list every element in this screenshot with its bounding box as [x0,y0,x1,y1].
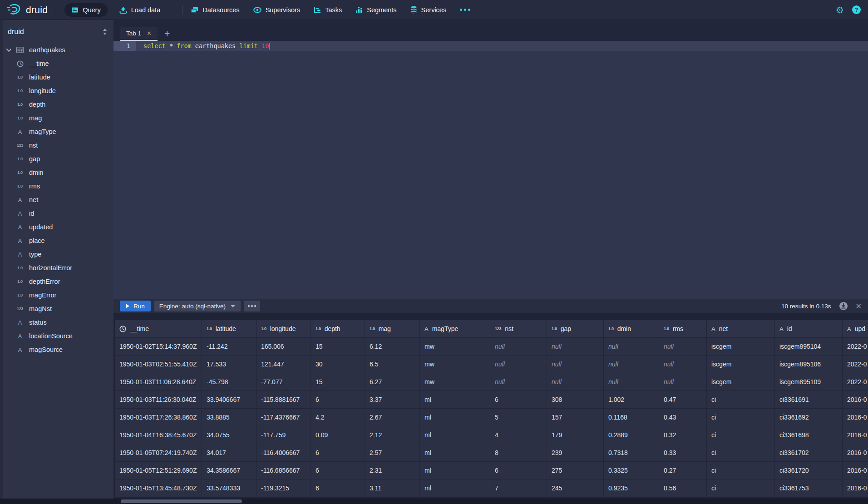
table-cell-longitude[interactable]: -117.759 [256,426,311,444]
table-cell-__time[interactable]: 1950-01-03T11:06:28.640Z [115,373,202,391]
table-cell-gap[interactable]: null [547,356,604,373]
table-cell-upd[interactable]: 2016-0 [843,479,868,497]
sidebar-column-id[interactable]: Aid [3,207,113,220]
table-cell-nst[interactable]: 6 [490,462,547,479]
table-cell-depth[interactable]: 0.09 [311,426,365,444]
table-cell-depth[interactable]: 15 [311,373,365,391]
table-cell-net[interactable]: ci [707,479,775,497]
nav-item-tasks[interactable]: Tasks [314,3,342,17]
table-cell-id[interactable]: ci3361720 [775,462,843,479]
nav-item-supervisors[interactable]: Supervisors [253,3,301,17]
horizontal-scrollbar[interactable] [0,499,868,504]
results-header-nst[interactable]: 123nst [490,320,547,338]
table-cell-nst[interactable]: null [490,373,547,391]
table-cell-rms[interactable]: 0.56 [659,479,707,497]
table-cell-longitude[interactable]: 121.447 [256,356,311,373]
sidebar-column-magNst[interactable]: 123magNst [3,302,113,316]
table-cell-depth[interactable]: 6 [311,391,365,409]
table-cell-magType[interactable]: ml [420,391,490,409]
table-cell-mag[interactable]: 2.31 [365,462,420,479]
sidebar-column-magSource[interactable]: AmagSource [3,343,113,356]
engine-select-button[interactable]: Engine: auto (sql-native) [154,301,241,311]
table-cell-dmin[interactable]: 0.2889 [604,426,659,444]
sidebar-column-updated[interactable]: Aupdated [3,220,113,234]
table-cell-latitude[interactable]: 17.533 [202,356,256,373]
table-cell-longitude[interactable]: -119.3215 [256,479,311,497]
table-cell-mag[interactable]: 6.5 [365,356,420,373]
table-cell-magType[interactable]: mw [420,338,490,356]
table-cell-latitude[interactable]: -45.798 [202,373,256,391]
editor-active-line[interactable]: 1 select * from earthquakes limit 10 [113,41,868,51]
sql-editor[interactable]: 1 select * from earthquakes limit 10 [113,41,868,299]
table-cell-upd[interactable]: 2016-0 [843,462,868,479]
table-cell-longitude[interactable]: -77.077 [256,373,311,391]
results-header-dmin[interactable]: 1.0dmin [604,320,659,338]
nav-item-segments[interactable]: Segments [355,3,396,17]
gear-icon[interactable]: ⚙ [836,5,844,15]
double-caret-vertical-icon[interactable] [102,28,108,36]
table-cell-dmin[interactable]: 1.002 [604,391,659,409]
results-header-rms[interactable]: 1.0rms [659,320,707,338]
table-cell-dmin[interactable]: 0.3325 [604,462,659,479]
table-cell-__time[interactable]: 1950-01-05T13:45:48.730Z [115,479,202,497]
sidebar-column-depthError[interactable]: 1.0depthError [3,275,113,288]
run-button[interactable]: Run [120,301,151,311]
results-header-depth[interactable]: 1.0depth [311,320,365,338]
table-cell-id[interactable]: ci3361698 [775,426,843,444]
close-results-icon[interactable]: ✕ [856,302,862,311]
table-cell-id[interactable]: ci3361692 [775,409,843,426]
sidebar-column-depth[interactable]: 1.0depth [3,98,113,111]
table-cell-net[interactable]: ci [707,391,775,409]
table-cell-__time[interactable]: 1950-01-05T12:51:29.690Z [115,462,202,479]
table-cell-gap[interactable]: 308 [547,391,604,409]
sidebar-column-__time[interactable]: __time [3,57,113,70]
table-cell-gap[interactable]: 179 [547,426,604,444]
sidebar-column-place[interactable]: Aplace [3,234,113,247]
sidebar-column-rms[interactable]: 1.0rms [3,179,113,193]
table-cell-net[interactable]: ci [707,444,775,462]
sidebar-column-type[interactable]: Atype [3,247,113,261]
table-cell-latitude[interactable]: 34.0755 [202,426,256,444]
chevron-down-icon[interactable] [3,49,14,52]
table-cell-dmin[interactable]: null [604,338,659,356]
tab-close-icon[interactable]: ✕ [147,30,152,37]
table-cell-upd[interactable]: 2016-0 [843,409,868,426]
sidebar-column-gap[interactable]: 1.0gap [3,152,113,166]
sidebar-column-magError[interactable]: 1.0magError [3,288,113,302]
table-cell-magType[interactable]: mw [420,373,490,391]
table-cell-nst[interactable]: 5 [490,409,547,426]
nav-item-services[interactable]: Services [410,3,447,17]
table-cell-magType[interactable]: mw [420,356,490,373]
table-cell-id[interactable]: ci3361702 [775,444,843,462]
table-cell-rms[interactable]: 0.27 [659,462,707,479]
query-more-button[interactable] [244,301,260,311]
table-cell-nst[interactable]: 8 [490,444,547,462]
table-cell-__time[interactable]: 1950-01-03T17:26:38.860Z [115,409,202,426]
table-cell-magType[interactable]: ml [420,444,490,462]
table-cell-dmin[interactable]: 0.1168 [604,409,659,426]
table-cell-id[interactable]: iscgem895104 [775,338,843,356]
table-cell-nst[interactable]: 6 [490,391,547,409]
table-cell-dmin[interactable]: null [604,356,659,373]
sidebar-column-locationSource[interactable]: AlocationSource [3,329,113,343]
table-cell-dmin[interactable]: 0.7318 [604,444,659,462]
table-cell-net[interactable]: ci [707,409,775,426]
results-header-magType[interactable]: AmagType [420,320,490,338]
nav-item-load-data[interactable]: Load data [119,3,161,17]
table-cell-rms[interactable]: null [659,338,707,356]
sidebar-column-longitude[interactable]: 1.0longitude [3,84,113,98]
table-cell-mag[interactable]: 2.67 [365,409,420,426]
sidebar-column-latitude[interactable]: 1.0latitude [3,70,113,84]
table-cell-gap[interactable]: null [547,338,604,356]
table-cell-depth[interactable]: 15 [311,338,365,356]
table-cell-latitude[interactable]: 33.8885 [202,409,256,426]
table-cell-upd[interactable]: 2022-0 [843,373,868,391]
table-cell-longitude[interactable]: -116.4006667 [256,444,311,462]
table-cell-dmin[interactable]: null [604,373,659,391]
table-cell-net[interactable]: ci [707,462,775,479]
tab-1[interactable]: Tab 1 ✕ [120,27,158,41]
table-cell-gap[interactable]: 157 [547,409,604,426]
table-cell-mag[interactable]: 6.27 [365,373,420,391]
results-header-net[interactable]: Anet [707,320,775,338]
table-cell-id[interactable]: iscgem895109 [775,373,843,391]
